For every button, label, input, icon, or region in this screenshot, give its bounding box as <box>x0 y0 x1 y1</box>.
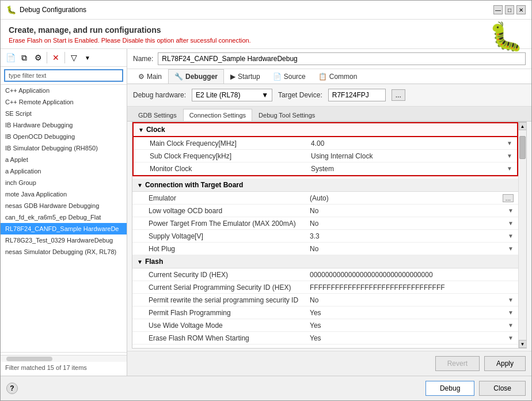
name-row: Name: <box>127 49 531 69</box>
settings-value[interactable]: No▼ <box>305 205 518 217</box>
settings-value[interactable]: Using Internal Clock▼ <box>306 150 517 162</box>
section-header-2[interactable]: ▼Flash <box>132 255 518 268</box>
settings-row: Monitor ClockSystem▼ <box>134 162 517 175</box>
config-menu-button[interactable]: ⚙ <box>32 51 44 64</box>
config-item[interactable]: C++ Remote Application <box>1 96 127 108</box>
window-icon: 🐛 <box>6 5 16 14</box>
bottom-buttons: Debug Close <box>425 381 526 396</box>
config-item[interactable]: mote Java Application <box>1 188 127 200</box>
maximize-button[interactable]: □ <box>505 5 514 14</box>
settings-dropdown-icon: ▼ <box>508 322 514 328</box>
scroll-thumb <box>6 357 52 361</box>
target-device-input[interactable] <box>328 89 386 101</box>
settings-row: Supply Voltage[V]3.3▼ <box>132 230 518 243</box>
settings-tab-debug-tool settings[interactable]: Debug Tool Settings <box>252 109 321 121</box>
delete-config-button[interactable]: ✕ <box>50 51 62 64</box>
settings-dropdown-icon: ▼ <box>508 335 514 341</box>
settings-value[interactable]: No▼ <box>305 218 518 229</box>
filter-status: Filter matched 15 of 17 items <box>1 362 127 373</box>
name-input[interactable] <box>158 52 526 65</box>
target-device-browse-button[interactable]: ... <box>392 89 405 101</box>
settings-tabs-bar: GDB SettingsConnection SettingsDebug Too… <box>127 107 531 122</box>
debug-hw-dropdown-icon: ▼ <box>261 91 268 99</box>
scroll-thumb-v <box>519 136 526 159</box>
debug-button[interactable]: Debug <box>425 381 474 396</box>
settings-key: Power Target From The Emulator (MAX 200m… <box>132 218 305 229</box>
config-item[interactable]: IB Hardware Debugging <box>1 119 127 131</box>
section-title: Flash <box>145 258 163 266</box>
tab-common[interactable]: 📋Common <box>312 69 364 84</box>
config-item[interactable]: inch Group <box>1 177 127 188</box>
settings-tab-connection-settings[interactable]: Connection Settings <box>183 109 252 121</box>
settings-key: Monitor Clock <box>134 163 306 175</box>
settings-row: Emulator(Auto)... <box>132 192 518 205</box>
section-header-0[interactable]: ▼Clock <box>132 122 518 137</box>
settings-value-text: No <box>310 296 508 304</box>
settings-value-text: No <box>310 220 508 228</box>
settings-value-text: System <box>311 165 507 173</box>
title-bar-controls: — □ ✕ <box>493 5 526 14</box>
settings-value[interactable]: (Auto)... <box>305 192 518 204</box>
settings-row: Low voltage OCD boardNo▼ <box>132 205 518 217</box>
vertical-scrollbar[interactable]: ▲ ▼ <box>518 122 526 348</box>
help-button[interactable]: ? <box>6 383 18 394</box>
scroll-up-button[interactable]: ▲ <box>519 122 527 130</box>
config-item[interactable]: can_fd_ek_ra6m5_ep Debug_Flat <box>1 211 127 223</box>
config-item[interactable]: nesas GDB Hardware Debugging <box>1 200 127 211</box>
config-item[interactable]: RL78F24_CANFD_Sample HardwareDe <box>1 223 127 234</box>
config-item[interactable]: SE Script <box>1 108 127 119</box>
close-dialog-button[interactable]: Close <box>479 381 526 396</box>
tab-startup[interactable]: ▶Startup <box>224 69 267 84</box>
config-item[interactable]: IB OpenOCD Debugging <box>1 131 127 142</box>
tab-debugger[interactable]: 🔧Debugger <box>168 69 224 84</box>
settings-value[interactable]: System▼ <box>306 163 517 175</box>
tab-icon: 🔧 <box>174 73 183 81</box>
filter-input[interactable] <box>4 69 123 82</box>
content-area: 📄 ⧉ ⚙ ✕ ▽ ▼ C++ ApplicationC++ Remote Ap… <box>1 49 531 376</box>
config-item[interactable]: a Applet <box>1 154 127 165</box>
new-config-button[interactable]: 📄 <box>4 51 17 64</box>
settings-value-text: Using Internal Clock <box>311 152 507 160</box>
settings-ellipsis-button[interactable]: ... <box>503 194 514 202</box>
settings-value[interactable]: Yes▼ <box>305 307 518 319</box>
settings-key: Emulator <box>132 192 305 204</box>
close-button[interactable]: ✕ <box>516 5 526 14</box>
settings-dropdown-icon: ▼ <box>508 220 514 226</box>
settings-value[interactable]: 3.3▼ <box>305 230 518 242</box>
config-item[interactable]: RL78G23_Test_0329 HardwareDebug <box>1 234 127 246</box>
horizontal-scrollbar[interactable] <box>1 355 127 362</box>
tab-icon: ⚙ <box>138 73 145 81</box>
settings-value[interactable]: No▼ <box>305 243 518 255</box>
minimize-button[interactable]: — <box>493 5 503 14</box>
tab-main[interactable]: ⚙Main <box>132 69 168 84</box>
settings-value[interactable]: No▼ <box>305 294 518 306</box>
tab-source[interactable]: 📄Source <box>267 69 312 84</box>
settings-value[interactable]: 4.00▼ <box>306 138 517 149</box>
debug-hw-select[interactable]: E2 Lite (RL78) ▼ <box>192 89 272 101</box>
settings-row: Permit rewrite the serial programming se… <box>132 294 518 307</box>
section-header-1[interactable]: ▼Connection with Target Board <box>132 179 518 192</box>
settings-value[interactable]: No▼ <box>305 345 518 349</box>
filter-button[interactable]: ▽ <box>67 51 80 64</box>
tab-label: Common <box>329 73 358 81</box>
settings-value[interactable]: Yes▼ <box>305 320 518 331</box>
settings-tab-gdb-settings[interactable]: GDB Settings <box>132 109 183 121</box>
toolbar-separator <box>47 52 47 63</box>
scroll-down-button[interactable]: ▼ <box>519 340 527 348</box>
settings-value-text: 4.00 <box>311 139 507 147</box>
config-item[interactable]: nesas Simulator Debugging (RX, RL78) <box>1 246 127 258</box>
main-header: Create, manage, and run configurations E… <box>1 20 531 49</box>
left-toolbar: 📄 ⧉ ⚙ ✕ ▽ ▼ <box>1 49 127 67</box>
settings-row: Program uses flash self programmingNo▼ <box>132 345 518 348</box>
duplicate-config-button[interactable]: ⧉ <box>18 51 31 64</box>
settings-value[interactable]: Yes▼ <box>305 332 518 344</box>
settings-value-text: (Auto) <box>310 194 500 202</box>
config-item[interactable]: a Application <box>1 165 127 177</box>
revert-button[interactable]: Revert <box>435 356 480 371</box>
settings-row: Current Serial Programming Security ID (… <box>132 281 518 294</box>
apply-button[interactable]: Apply <box>484 356 526 371</box>
filter-dropdown-button[interactable]: ▼ <box>81 51 94 64</box>
config-item[interactable]: C++ Application <box>1 85 127 96</box>
config-item[interactable]: IB Simulator Debugging (RH850) <box>1 142 127 154</box>
settings-value-text: No <box>310 245 508 253</box>
